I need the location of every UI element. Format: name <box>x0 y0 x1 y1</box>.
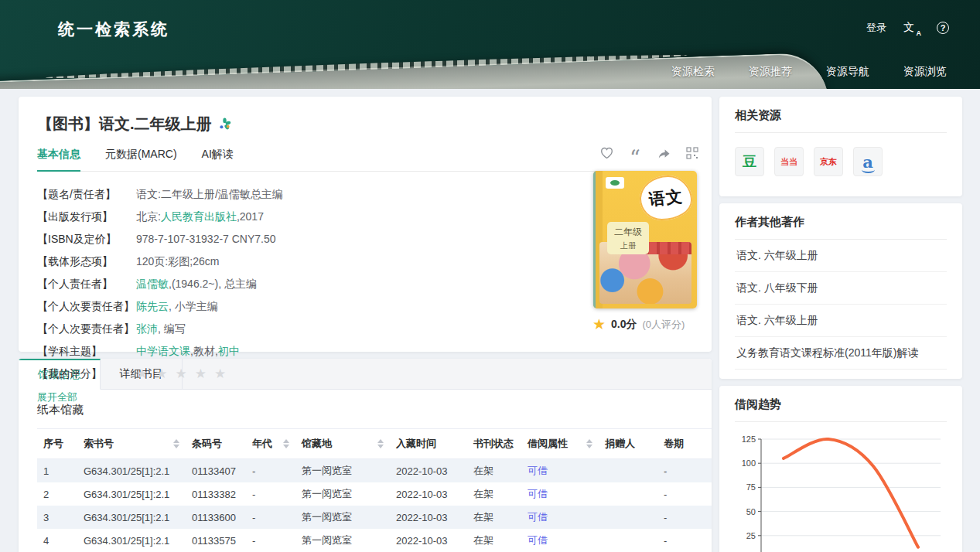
table-cell: 在架 <box>467 482 521 506</box>
list-item[interactable]: 语文. 六年级上册 <box>735 305 947 337</box>
login-button[interactable]: 登录 <box>866 21 886 35</box>
col-header-label: 索书号 <box>84 438 114 449</box>
tab-2[interactable]: 元数据(MARC) <box>105 148 177 171</box>
table-row: 3G634.301/25[1]:2.101133600-第一阅览室2022-10… <box>37 506 712 529</box>
table-cell <box>599 506 657 529</box>
amazon-icon[interactable]: a <box>853 147 883 176</box>
col-header: 序号 <box>37 429 77 459</box>
meta-label: 【个人责任者】 <box>37 276 136 292</box>
help-icon[interactable]: ? <box>937 22 949 34</box>
language-switch-sub: A <box>917 29 922 37</box>
col-header[interactable]: 馆藏地 <box>295 429 390 459</box>
loanable-link[interactable]: 可借 <box>528 465 548 476</box>
quote-glyph: “ <box>630 155 640 162</box>
cover-publisher-badge <box>606 177 624 189</box>
right-column: 相关资源 豆当当京东a 作者其他著作 语文. 六年级上册语文. 八年级下册语文.… <box>719 97 962 552</box>
cover-grade: 二年级 <box>614 226 642 239</box>
favorite-heart-icon[interactable] <box>599 146 613 160</box>
col-header[interactable]: 索书号 <box>77 429 186 459</box>
col-header-label: 卷期 <box>664 438 684 449</box>
svg-text:125: 125 <box>742 434 756 444</box>
tab-1[interactable]: 基本信息 <box>37 148 80 172</box>
table-cell: 可借 <box>521 482 599 506</box>
meta-link[interactable]: 初中 <box>218 345 240 357</box>
knowledge-graph-icon[interactable] <box>218 118 231 131</box>
qr-code-icon[interactable] <box>685 146 699 160</box>
meta-label: 【个人次要责任者】 <box>37 321 136 337</box>
meta-text: 北京: <box>136 210 161 223</box>
expand-all-link[interactable]: 展开全部 <box>37 390 77 404</box>
holdings-body: 纸本馆藏 序号索书号条码号年代馆藏地入藏时间书刊状态借阅属性捐赠人卷期 1G63… <box>19 390 712 552</box>
meta-link[interactable]: 张沛 <box>136 322 158 335</box>
loanable-link[interactable]: 可借 <box>528 488 548 499</box>
col-header: 入藏时间 <box>390 429 467 459</box>
sort-icon[interactable] <box>173 439 179 448</box>
table-cell: - <box>657 506 712 529</box>
citation-quote-icon[interactable]: “ <box>628 146 642 160</box>
nav-item-4[interactable]: 资源浏览 <box>903 65 947 79</box>
table-cell: 第一阅览室 <box>295 529 390 552</box>
meta-value: 陈先云, 小学主编 <box>136 298 218 315</box>
col-header: 书刊状态 <box>467 429 521 459</box>
table-cell: 2 <box>37 482 77 506</box>
meta-value: 中学语文课,教材,初中 <box>136 343 240 359</box>
list-item[interactable]: 语文. 六年级上册 <box>735 240 947 272</box>
douban-icon[interactable]: 豆 <box>735 147 764 176</box>
table-cell: - <box>246 529 295 552</box>
meta-text: ,(1946.2~), 总主编 <box>169 278 257 290</box>
col-header-label: 年代 <box>252 438 272 449</box>
author-works-title: 作者其他著作 <box>735 215 947 240</box>
meta-link[interactable]: 人民教育出版社 <box>161 210 237 223</box>
meta-label: 【题名/责任者】 <box>37 186 136 203</box>
holdings-table: 序号索书号条码号年代馆藏地入藏时间书刊状态借阅属性捐赠人卷期 1G634.301… <box>37 428 712 552</box>
table-cell: 01133575 <box>186 529 246 552</box>
list-item[interactable]: 语文. 八年级下册 <box>735 272 947 305</box>
loanable-link[interactable]: 可借 <box>528 511 548 523</box>
meta-label: 【出版发行项】 <box>37 209 136 225</box>
list-item[interactable]: 义务教育语文课程标准(2011年版)解读 <box>735 337 947 370</box>
meta-row: 【个人次要责任者】张沛, 编写 <box>37 318 579 340</box>
jd-icon[interactable]: 京东 <box>814 147 843 176</box>
table-cell: 第一阅览室 <box>295 459 390 483</box>
table-cell <box>599 459 657 483</box>
col-header[interactable]: 借阅属性 <box>521 429 599 459</box>
share-icon[interactable] <box>657 146 671 160</box>
sort-icon[interactable] <box>283 439 289 448</box>
meta-link[interactable]: 温儒敏 <box>136 278 169 290</box>
cover-title-blob: 语文 <box>640 175 692 220</box>
cover-volume: 上册 <box>614 240 642 251</box>
book-cover[interactable]: 语文 二年级 上册 ★ 0.0分 (0人评分) <box>591 171 699 332</box>
meta-label: 【载体形态项】 <box>37 254 136 270</box>
table-cell: 在架 <box>467 529 521 552</box>
hero-actions: 登录 文A ? <box>866 21 949 35</box>
meta-label: 【学科主题】 <box>37 343 136 359</box>
nav-item-2[interactable]: 资源推荐 <box>749 65 792 79</box>
table-cell: - <box>246 506 295 529</box>
col-header[interactable]: 年代 <box>246 429 295 459</box>
col-header-label: 序号 <box>43 438 63 449</box>
table-cell: 2022-10-03 <box>390 482 467 506</box>
meta-label: 【个人次要责任者】 <box>37 298 136 315</box>
loanable-link[interactable]: 可借 <box>528 534 548 546</box>
meta-value: 温儒敏,(1946.2~), 总主编 <box>136 276 257 292</box>
meta-row: 【个人次要责任者】陈先云, 小学主编 <box>37 295 579 318</box>
dangdang-icon[interactable]: 当当 <box>774 147 804 176</box>
meta-text: , 编写 <box>158 322 186 335</box>
language-switch-icon[interactable]: 文A <box>903 21 920 35</box>
table-cell: 可借 <box>521 529 599 552</box>
meta-link[interactable]: 中学语文课 <box>136 345 190 357</box>
table-cell: - <box>657 482 712 506</box>
nav-item-3[interactable]: 资源导航 <box>826 65 869 79</box>
nav-item-1[interactable]: 资源检索 <box>671 65 715 79</box>
borrow-trend-title: 借阅趋势 <box>735 397 947 422</box>
rating-stars[interactable]: ★★★★★ <box>136 366 234 382</box>
col-header-label: 捐赠人 <box>605 438 635 449</box>
paper-holdings-title: 纸本馆藏 <box>37 403 693 417</box>
tab-3[interactable]: AI解读 <box>202 148 234 171</box>
meta-value: 120页:彩图;26cm <box>136 254 219 270</box>
sort-icon[interactable] <box>586 439 592 448</box>
sort-icon[interactable] <box>377 439 384 448</box>
meta-link[interactable]: 陈先云 <box>136 300 169 312</box>
table-cell: - <box>246 482 295 506</box>
dangdang-glyph: 当当 <box>780 158 797 166</box>
